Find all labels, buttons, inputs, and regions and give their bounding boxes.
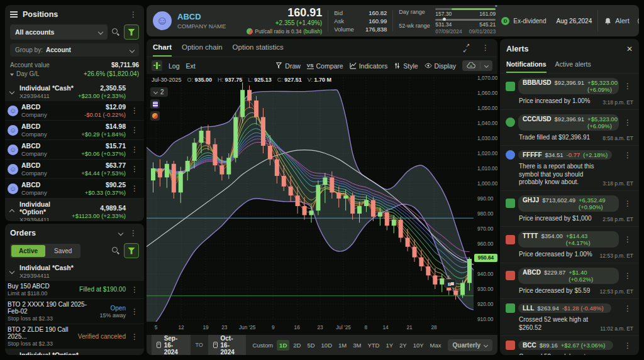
symbol-block[interactable]: ABCD COMPANY NAME <box>177 12 226 30</box>
chart-kebab-menu[interactable]: ⋮ <box>480 44 491 52</box>
chevron-icon[interactable] <box>9 209 14 214</box>
alerts-tab[interactable]: Active alerts <box>555 58 591 73</box>
positions-kebab-menu[interactable]: ⋮ <box>128 11 139 18</box>
price-chart[interactable]: 910.00920.00930.00940.00950.00960.00970.… <box>147 74 497 335</box>
chart-tab[interactable]: Option statistics <box>233 39 284 57</box>
active-orders-tab[interactable]: Active <box>11 245 45 257</box>
alert-symbol-chip[interactable]: BCC $89.16 +$2.67 (+3.06%) <box>518 341 613 350</box>
timeframe-option[interactable]: 1D <box>277 340 289 351</box>
search-icon[interactable] <box>112 28 119 36</box>
ext-toggle[interactable]: Ext <box>186 62 196 70</box>
alert-symbol-chip[interactable]: FFFFF $34.51 -0.77 (+2.18%) <box>518 150 612 160</box>
row-kebab-menu[interactable]: ⋮ <box>129 165 140 173</box>
display-button[interactable]: Display <box>425 62 456 70</box>
timeframe-option[interactable]: 2Y <box>397 340 409 351</box>
52wk-range-slider[interactable] <box>435 19 496 21</box>
indicator-chip-bands[interactable] <box>150 111 160 121</box>
alert-item[interactable]: GHJJ $713,602.49 +6,352.49 (+0.90%) ⋮ Pr… <box>500 191 639 227</box>
search-icon[interactable] <box>112 247 119 254</box>
aggregation-select[interactable]: Quarterly <box>448 339 492 351</box>
row-kebab-menu[interactable]: ⋮ <box>129 107 140 114</box>
order-row[interactable]: Buy 150 ABCD Limit at $118.00 Filled at … <box>5 281 144 299</box>
timeframe-option[interactable]: YTD <box>365 340 382 351</box>
position-row[interactable]: ☺ ABCD Company $15.71 +$0.06 (+0.37%) ⋮ <box>5 140 144 160</box>
alert-item[interactable]: ABCD $229.87 +$1.40 (+0.62%) ⋮ Price dec… <box>500 263 639 300</box>
order-row[interactable]: Individual *Option* X29394411 ⋮ <box>5 349 144 355</box>
timeframe-option[interactable]: Max <box>428 340 444 351</box>
row-kebab-menu[interactable]: ⋮ <box>129 308 140 315</box>
group-by-select[interactable]: Group by: Account <box>10 43 139 57</box>
timeframe-option[interactable]: 10Y <box>411 340 426 351</box>
saved-orders-tab[interactable]: Saved <box>47 245 79 257</box>
row-kebab-menu[interactable]: ⋮ <box>129 185 140 192</box>
alert-kebab-menu[interactable]: ⋮ <box>622 200 633 207</box>
order-row[interactable]: BTO 2 XXXX 190 Call 2025- Feb-02 Stop lo… <box>5 299 144 324</box>
alert-symbol-chip[interactable]: GHJJ $713,602.49 +6,352.49 (+0.90%) <box>518 195 619 212</box>
timeframe-option[interactable]: 10D <box>319 340 335 351</box>
position-row[interactable]: ☺ ABCD Company $14.98 +$0.29 (+1.84%) ⋮ <box>5 121 144 140</box>
alert-symbol-chip[interactable]: ABCD $229.87 +$1.40 (+0.62%) <box>518 268 619 284</box>
indicator-chip-ribbon[interactable] <box>150 99 160 109</box>
style-button[interactable]: Style <box>394 62 418 70</box>
alert-item[interactable]: BBB/USD $92,396.91 +$5,323.00 (+6.09%) ⋮… <box>500 74 639 110</box>
row-kebab-menu[interactable]: ⋮ <box>129 333 140 341</box>
watchlist-button[interactable]: + Watchlist <box>638 17 639 25</box>
alerts-tab[interactable]: Notifications <box>506 58 547 73</box>
filter-button[interactable] <box>124 243 139 258</box>
alert-symbol-chip[interactable]: CCC/USD $92,396.91 +$5,323.00 (+6.09%) <box>518 114 619 131</box>
day-range-slider[interactable]: + <box>435 8 496 10</box>
indicators-button[interactable]: Indicators <box>350 62 388 70</box>
legend-collapse-button[interactable]: 2 <box>150 87 168 97</box>
timeframe-option[interactable]: 1Y <box>383 340 396 351</box>
chart-plot-area[interactable]: Jul-30-2025 O: 935.00 H: 937.75 L: 925.1… <box>147 74 497 335</box>
alert-item[interactable]: TTTT $354.00 +$14.43 (+4.17%) ⋮ Price de… <box>500 227 639 263</box>
timeframe-option[interactable]: 5D <box>304 340 317 351</box>
alert-symbol-chip[interactable]: BBB/USD $92,396.91 +$5,323.00 (+6.09%) <box>518 78 619 94</box>
alert-item[interactable]: CCC/USD $92,396.91 +$5,323.00 (+6.09%) ⋮… <box>500 110 639 146</box>
alert-item[interactable]: BCC $89.16 +$2.67 (+3.06%) ⋮ Crossed 52 … <box>500 336 639 355</box>
alert-symbol-chip[interactable]: LLL $263.94 -$1.28 (-0.48%) <box>518 303 611 313</box>
alert-kebab-menu[interactable]: ⋮ <box>622 342 633 349</box>
collapse-chevron-icon[interactable] <box>118 231 123 236</box>
close-icon[interactable]: ✕ <box>626 45 633 53</box>
chart-tab[interactable]: Option chain <box>182 39 223 57</box>
candle-type-icon[interactable] <box>152 60 162 71</box>
compare-button[interactable]: VS Compare <box>307 62 343 70</box>
date-to-picker[interactable]: Oct-16-2024 <box>208 332 247 356</box>
orders-kebab-menu[interactable]: ⋮ <box>128 229 139 237</box>
log-toggle[interactable]: Log <box>169 62 180 70</box>
alert-kebab-menu[interactable]: ⋮ <box>622 151 633 159</box>
alert-kebab-menu[interactable]: ⋮ <box>622 236 633 243</box>
position-row[interactable]: ☺ ABCD Company $63.77 +$4.44 (+7.53%) ⋮ <box>5 160 144 179</box>
alert-kebab-menu[interactable]: ⋮ <box>622 82 633 90</box>
alert-kebab-menu[interactable]: ⋮ <box>622 119 633 126</box>
alert-item[interactable]: FFFFF $34.51 -0.77 (+2.18%) ⋮ There is a… <box>500 146 639 191</box>
order-row[interactable]: BTO 2 ZLDE 190 Call 2025... Stop loss at… <box>5 324 144 349</box>
chart-tab[interactable]: Chart <box>153 39 172 57</box>
chevron-icon[interactable] <box>9 89 14 94</box>
row-kebab-menu[interactable]: ⋮ <box>129 146 140 153</box>
alert-kebab-menu[interactable]: ⋮ <box>622 272 633 280</box>
alert-item[interactable]: LLL $263.94 -$1.28 (-0.48%) ⋮ Crossed 52… <box>500 299 639 336</box>
position-row[interactable]: ☺ Individual *Option* X29394411 4,989.54… <box>5 199 144 221</box>
position-row[interactable]: ☺ ABCD Company $12.09 -$0.01 (-0.22%) ⋮ <box>5 101 144 121</box>
timeframe-option[interactable]: 2D <box>291 340 303 351</box>
position-row[interactable]: ☺ ABCD Company $90.25 +$0.33 (0.37%) ⋮ <box>5 179 144 199</box>
draw-button[interactable]: Draw <box>275 62 301 70</box>
account-filter-select[interactable]: All accounts <box>10 25 108 40</box>
row-kebab-menu[interactable]: ⋮ <box>129 126 140 134</box>
position-row[interactable]: ☺ Individual *Cash* X29394411 2,350.55 +… <box>5 82 144 101</box>
alert-button[interactable]: Alert <box>604 17 630 25</box>
chevron-icon[interactable] <box>9 269 14 274</box>
alert-kebab-menu[interactable]: ⋮ <box>622 305 633 312</box>
alert-symbol-chip[interactable]: TTTT $354.00 +$14.43 (+4.17%) <box>518 231 619 248</box>
expand-icon[interactable] <box>463 45 470 52</box>
timeframe-option[interactable]: 1M <box>336 340 349 351</box>
cloud-save-button[interactable] <box>462 60 492 71</box>
date-from-picker[interactable]: Sep-16-2024 <box>152 332 191 356</box>
order-row[interactable]: Individual *Cash* X29394411 ⋮ <box>5 262 144 281</box>
timeframe-option[interactable]: 3M <box>350 340 364 351</box>
timeframe-custom[interactable]: Custom <box>250 340 275 351</box>
menu-icon[interactable] <box>10 14 18 15</box>
day-gl-toggle[interactable]: Day G/L <box>10 70 40 77</box>
